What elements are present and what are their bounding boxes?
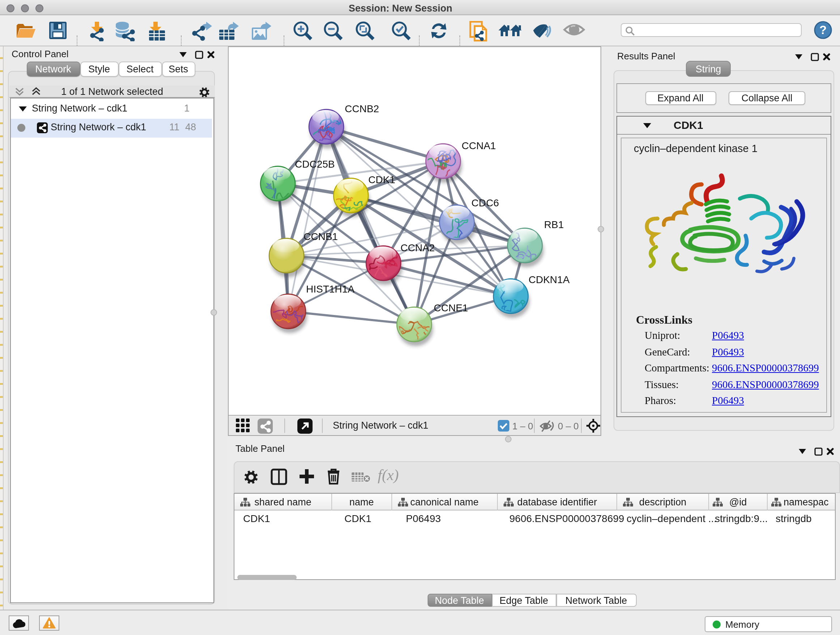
svg-text:CDK1: CDK1 [368, 174, 395, 185]
svg-text:CCNB1: CCNB1 [303, 231, 338, 242]
svg-text:HIST1H1A: HIST1H1A [306, 283, 355, 295]
svg-text:?: ? [819, 23, 827, 36]
svg-text:CCNA2: CCNA2 [401, 242, 435, 253]
svg-text:CCNA1: CCNA1 [462, 140, 496, 151]
svg-text:RB1: RB1 [544, 219, 564, 230]
svg-text:CDKN1A: CDKN1A [529, 274, 570, 285]
svg-text:CCNE1: CCNE1 [434, 302, 468, 314]
svg-text:CCNB2: CCNB2 [345, 103, 379, 114]
svg-text:CDC6: CDC6 [471, 197, 499, 209]
svg-text:CDC25B: CDC25B [295, 158, 335, 170]
